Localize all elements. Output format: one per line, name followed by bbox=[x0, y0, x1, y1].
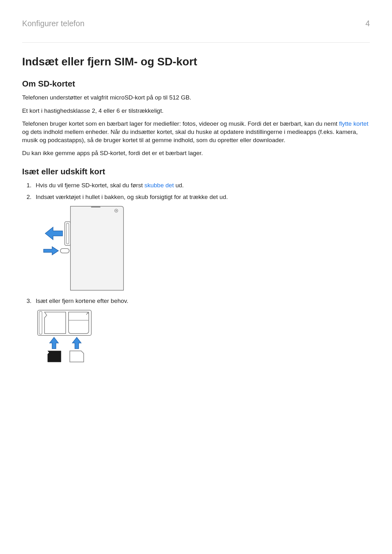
list-item: Isæt eller fjern kortene efter behov. bbox=[33, 297, 370, 364]
text: Telefonen bruger kortet som en bærbart l… bbox=[22, 120, 339, 127]
svg-marker-11 bbox=[72, 337, 81, 349]
page-number: 4 bbox=[365, 19, 370, 28]
move-card-link[interactable]: flytte kortet bbox=[339, 120, 368, 127]
text: ud. bbox=[174, 182, 184, 189]
page-content: Konfigurer telefon 4 Indsæt eller fjern … bbox=[0, 0, 392, 364]
svg-rect-6 bbox=[60, 249, 69, 253]
svg-marker-7 bbox=[44, 247, 58, 255]
eject-link[interactable]: skubbe det bbox=[144, 182, 174, 189]
text: Indsæt værktøjet i hullet i bakken, og s… bbox=[36, 194, 228, 200]
svg-marker-10 bbox=[50, 337, 58, 349]
text: og dets indhold mellem enheder. Når du i… bbox=[22, 129, 358, 143]
arrow-up-icon bbox=[50, 337, 58, 349]
arrow-right-icon bbox=[44, 247, 58, 255]
eject-tray-illustration bbox=[36, 204, 370, 291]
insert-cards-illustration bbox=[36, 308, 370, 364]
list-item: Hvis du vil fjerne SD-kortet, skal du fø… bbox=[33, 181, 370, 190]
paragraph: Et kort i hastighedsklasse 2, 4 eller 6 … bbox=[22, 107, 370, 115]
page-header: Konfigurer telefon 4 bbox=[22, 19, 370, 43]
arrow-up-icon bbox=[72, 337, 81, 349]
page-title: Indsæt eller fjern SIM- og SD-kort bbox=[22, 55, 370, 68]
paragraph: Telefonen understøtter et valgfrit micro… bbox=[22, 93, 370, 102]
breadcrumb: Konfigurer telefon bbox=[22, 19, 84, 28]
text: Hvis du vil fjerne SD-kortet, skal du fø… bbox=[36, 182, 144, 189]
paragraph: Telefonen bruger kortet som en bærbart l… bbox=[22, 120, 370, 144]
svg-rect-3 bbox=[65, 222, 70, 245]
paragraph: Du kan ikke gemme apps på SD-kortet, for… bbox=[22, 149, 370, 157]
svg-point-2 bbox=[116, 210, 117, 211]
arrow-left-icon bbox=[45, 227, 63, 240]
list-item: Indsæt værktøjet i hullet i bakken, og s… bbox=[33, 193, 370, 291]
section-heading-about-sd: Om SD-kortet bbox=[22, 79, 370, 89]
svg-marker-5 bbox=[45, 227, 63, 240]
text: Isæt eller fjern kortene efter behov. bbox=[36, 298, 128, 304]
svg-rect-0 bbox=[91, 207, 100, 208]
steps-list: Hvis du vil fjerne SD-kortet, skal du fø… bbox=[22, 181, 370, 364]
section-heading-insert-replace: Isæt eller udskift kort bbox=[22, 167, 370, 177]
